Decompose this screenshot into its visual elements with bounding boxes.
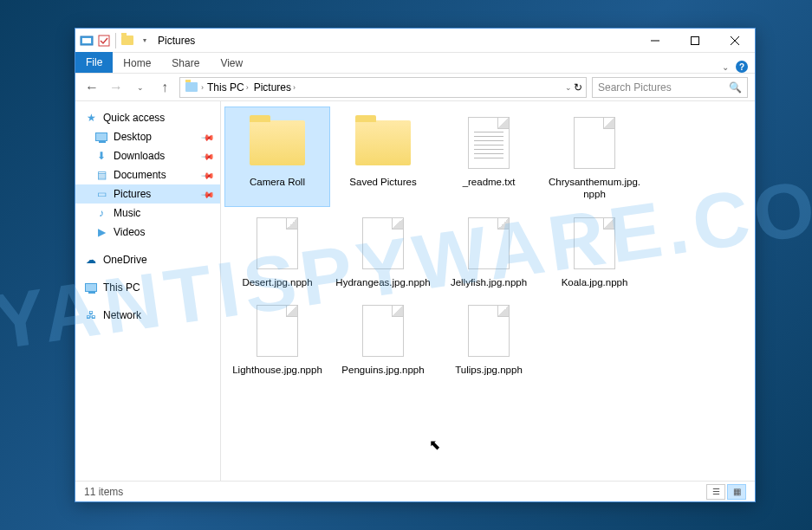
videos-icon: ▶ xyxy=(94,225,108,239)
refresh-icon[interactable]: ↻ xyxy=(574,81,582,94)
svg-rect-1 xyxy=(82,38,91,43)
item-label: Chrysanthemum.jpg.npph xyxy=(546,177,643,201)
desktop-icon xyxy=(94,130,108,144)
ribbon-tabs: File Home Share View ⌄ ? xyxy=(75,53,755,74)
file-icon xyxy=(458,301,519,361)
address-bar: ← → ⌄ ↑ › This PC› Pictures› ⌄ ↻ Search … xyxy=(75,74,755,101)
file-item[interactable]: Desert.jpg.npph xyxy=(224,207,330,295)
file-icon xyxy=(353,213,413,274)
sidebar-quick-access[interactable]: ★ Quick access xyxy=(75,108,220,127)
explorer-window: ▾ Pictures File Home Share View ⌄ ? ← → … xyxy=(75,28,756,502)
pictures-icon: ▭ xyxy=(94,187,108,201)
file-icon xyxy=(247,301,308,361)
documents-icon: ▤ xyxy=(94,168,108,182)
item-label: Hydrangeas.jpg.npph xyxy=(335,277,430,289)
item-label: _readme.txt xyxy=(463,177,516,189)
qat-dropdown-icon[interactable]: ▾ xyxy=(137,33,153,48)
address-dropdown-icon[interactable]: ⌄ xyxy=(565,83,572,92)
sidebar-onedrive[interactable]: ☁OneDrive xyxy=(75,250,220,269)
view-icons-button[interactable]: ▦ xyxy=(727,484,746,500)
svg-rect-4 xyxy=(692,36,699,44)
file-item[interactable]: Chrysanthemum.jpg.npph xyxy=(542,107,647,207)
file-icon xyxy=(564,213,625,274)
file-item[interactable]: Hydrangeas.jpg.npph xyxy=(330,207,436,295)
file-item[interactable]: Penguins.jpg.npph xyxy=(330,294,436,383)
ribbon-collapse-icon[interactable]: ⌄ xyxy=(722,62,729,72)
item-label: Camera Roll xyxy=(250,177,305,189)
folder-icon xyxy=(353,113,413,173)
forward-button[interactable]: → xyxy=(107,78,126,97)
tab-file[interactable]: File xyxy=(75,52,113,73)
file-item[interactable]: _readme.txt xyxy=(436,107,542,207)
search-input[interactable]: Search Pictures 🔍 xyxy=(592,77,748,98)
file-icon xyxy=(353,301,413,361)
qat-folder-icon[interactable] xyxy=(120,33,135,48)
network-icon: 🖧 xyxy=(84,308,98,322)
tab-home[interactable]: Home xyxy=(113,54,161,73)
search-placeholder: Search Pictures xyxy=(598,81,672,94)
file-item[interactable]: Tulips.jpg.npph xyxy=(436,294,542,383)
tab-share[interactable]: Share xyxy=(161,54,210,73)
item-label: Koala.jpg.npph xyxy=(562,277,628,289)
pin-icon: 📌 xyxy=(201,149,215,163)
item-label: Penguins.jpg.npph xyxy=(341,365,424,377)
minimize-button[interactable] xyxy=(635,29,675,53)
file-item[interactable]: Koala.jpg.npph xyxy=(542,207,647,295)
file-item[interactable]: Camera Roll xyxy=(224,107,330,207)
search-icon: 🔍 xyxy=(729,81,742,94)
sidebar-documents[interactable]: ▤Documents📌 xyxy=(75,165,220,184)
file-icon xyxy=(247,213,308,274)
back-button[interactable]: ← xyxy=(82,78,101,97)
sidebar-downloads[interactable]: ⬇Downloads📌 xyxy=(75,146,220,165)
item-label: Lighthouse.jpg.npph xyxy=(232,365,322,377)
sidebar-videos[interactable]: ▶Videos xyxy=(75,223,220,242)
chevron-right-icon[interactable]: › xyxy=(201,83,204,92)
item-label: Desert.jpg.npph xyxy=(242,277,312,289)
up-button[interactable]: ↑ xyxy=(155,78,174,97)
item-label: Saved Pictures xyxy=(349,177,416,189)
sidebar-desktop[interactable]: Desktop📌 xyxy=(75,127,220,146)
file-icon xyxy=(564,113,625,173)
music-icon: ♪ xyxy=(94,206,108,220)
cloud-icon: ☁ xyxy=(84,253,98,267)
navigation-pane: ★ Quick access Desktop📌 ⬇Downloads📌 ▤Doc… xyxy=(75,101,221,481)
tab-view[interactable]: View xyxy=(210,54,253,73)
svg-rect-2 xyxy=(99,36,109,46)
maximize-button[interactable] xyxy=(675,29,715,53)
text-file-icon xyxy=(458,113,519,173)
location-folder-icon xyxy=(184,80,199,95)
sidebar-thispc[interactable]: This PC xyxy=(75,278,220,297)
statusbar: 11 items ☰ ▦ xyxy=(75,481,755,501)
item-label: Jellyfish.jpg.npph xyxy=(451,277,527,289)
titlebar: ▾ Pictures xyxy=(75,29,755,53)
pin-icon: 📌 xyxy=(201,168,215,182)
item-label: Tulips.jpg.npph xyxy=(455,365,523,377)
pin-icon: 📌 xyxy=(201,130,215,144)
pin-icon: 📌 xyxy=(201,187,215,201)
sidebar-pictures[interactable]: ▭Pictures📌 xyxy=(75,184,220,204)
star-icon: ★ xyxy=(84,111,98,125)
breadcrumb-thispc[interactable]: This PC› xyxy=(205,81,250,94)
close-button[interactable] xyxy=(715,29,755,53)
recent-dropdown-icon[interactable]: ⌄ xyxy=(131,78,150,97)
app-icon xyxy=(79,33,94,48)
help-icon[interactable]: ? xyxy=(736,61,748,73)
file-item[interactable]: Saved Pictures xyxy=(330,107,436,207)
item-count: 11 items xyxy=(84,486,123,498)
address-box[interactable]: › This PC› Pictures› ⌄ ↻ xyxy=(179,77,587,98)
sidebar-music[interactable]: ♪Music xyxy=(75,204,220,223)
folder-icon xyxy=(247,113,308,173)
view-details-button[interactable]: ☰ xyxy=(706,484,725,500)
breadcrumb-pictures[interactable]: Pictures› xyxy=(252,81,297,94)
file-item[interactable]: Lighthouse.jpg.npph xyxy=(224,294,330,383)
qat-properties-icon[interactable] xyxy=(96,33,112,48)
file-icon xyxy=(458,213,519,274)
file-item[interactable]: Jellyfish.jpg.npph xyxy=(436,207,542,295)
window-title: Pictures xyxy=(158,35,195,47)
content-pane[interactable]: Camera RollSaved Pictures_readme.txtChry… xyxy=(221,101,755,481)
pc-icon xyxy=(84,281,98,294)
downloads-icon: ⬇ xyxy=(94,149,108,163)
sidebar-network[interactable]: 🖧Network xyxy=(75,306,220,325)
